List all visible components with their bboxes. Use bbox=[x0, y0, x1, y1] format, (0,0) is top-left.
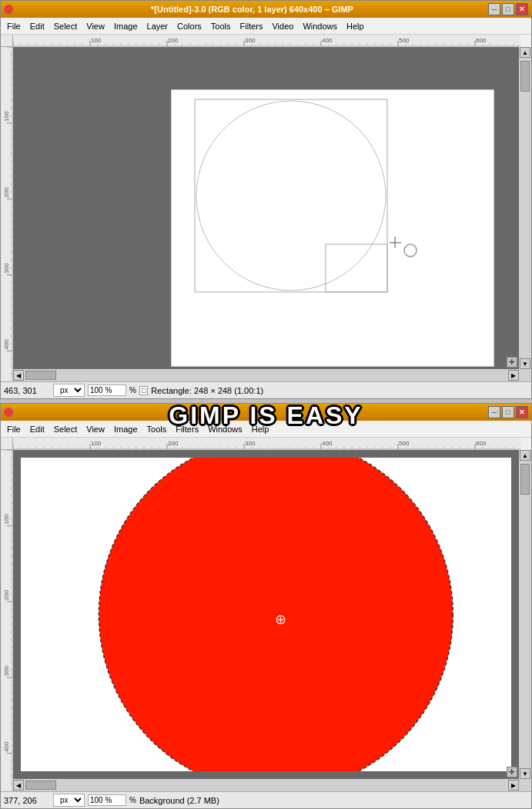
minimize-button-2[interactable]: ─ bbox=[488, 406, 500, 418]
zoom-percent-1: % bbox=[129, 386, 136, 394]
canvas-white-2: ⊕ bbox=[21, 458, 511, 771]
window-icon-1 bbox=[4, 5, 13, 14]
scroll-left-1[interactable]: ◀ bbox=[13, 370, 24, 381]
scrollbar-horizontal-2[interactable]: ◀ ▶ bbox=[13, 779, 519, 791]
menu-view-1[interactable]: View bbox=[82, 20, 109, 32]
scroll-thumb-h-2[interactable] bbox=[25, 780, 56, 790]
ruler-horizontal-1 bbox=[13, 35, 520, 47]
svg-rect-2 bbox=[326, 244, 387, 292]
statusbar-1: 463, 301 px % □ Rectangle: 248 × 248 (1.… bbox=[1, 381, 531, 398]
coords-2: 377, 206 bbox=[4, 796, 50, 805]
ruler-horizontal-2 bbox=[13, 438, 520, 450]
menu-filters-1[interactable]: Filters bbox=[236, 20, 268, 32]
titlebar-buttons-1: ─ □ ✕ bbox=[488, 3, 528, 15]
svg-point-3 bbox=[404, 244, 417, 257]
canvas-drawing-1 bbox=[172, 90, 495, 368]
canvas-area-1: ▲ ▼ ◀ ▶ ✛ bbox=[13, 47, 531, 381]
statusbar-2: 377, 206 px % Background (2.7 MB) bbox=[1, 791, 531, 808]
zoom-percent-2: % bbox=[129, 796, 136, 804]
menu-image-2[interactable]: Image bbox=[109, 423, 142, 435]
scroll-up-1[interactable]: ▲ bbox=[520, 47, 530, 58]
zoom-input-2[interactable] bbox=[88, 794, 126, 806]
canvas-white-1 bbox=[171, 89, 494, 367]
scrollbar-vertical-2[interactable]: ▲ ▼ bbox=[519, 450, 531, 779]
menu-tools-1[interactable]: Tools bbox=[206, 20, 236, 32]
coords-1: 463, 301 bbox=[4, 386, 50, 395]
scrollbar-vertical-1[interactable]: ▲ ▼ bbox=[519, 47, 531, 369]
menu-windows-1[interactable]: Windows bbox=[298, 20, 342, 32]
scroll-corner-1 bbox=[519, 369, 531, 381]
window-1: *[Untitled]-3.0 (RGB color, 1 layer) 640… bbox=[0, 0, 532, 399]
selection-icon-1: □ bbox=[139, 386, 148, 395]
scroll-left-2[interactable]: ◀ bbox=[13, 780, 24, 791]
gimp-easy-overlay: GIMP IS EASY bbox=[169, 401, 363, 430]
menu-view-2[interactable]: View bbox=[82, 423, 109, 435]
scroll-right-1[interactable]: ▶ bbox=[508, 370, 519, 381]
menu-video-1[interactable]: Video bbox=[267, 20, 298, 32]
ruler-corner-2 bbox=[1, 438, 13, 450]
menu-file-1[interactable]: File bbox=[2, 20, 25, 32]
menu-image-1[interactable]: Image bbox=[109, 20, 142, 32]
close-button-1[interactable]: ✕ bbox=[516, 3, 528, 15]
titlebar-buttons-2: ─ □ ✕ bbox=[488, 406, 528, 418]
menu-tools-2[interactable]: Tools bbox=[142, 423, 172, 435]
menu-edit-2[interactable]: Edit bbox=[25, 423, 49, 435]
scroll-thumb-h-1[interactable] bbox=[25, 371, 56, 380]
canvas-area-2: ⊕ ▲ ▼ ◀ ▶ ✛ bbox=[13, 450, 531, 791]
scrollbar-horizontal-1[interactable]: ◀ ▶ bbox=[13, 369, 519, 381]
ruler-vertical-1 bbox=[1, 47, 13, 381]
maximize-button-1[interactable]: □ bbox=[502, 3, 514, 15]
menu-select-1[interactable]: Select bbox=[49, 20, 82, 32]
close-button-2[interactable]: ✕ bbox=[516, 406, 528, 418]
menu-edit-1[interactable]: Edit bbox=[25, 20, 49, 32]
menu-help-1[interactable]: Help bbox=[342, 20, 369, 32]
ruler-vertical-2 bbox=[1, 450, 13, 791]
svg-point-1 bbox=[196, 101, 386, 290]
window-title-1: *[Untitled]-3.0 (RGB color, 1 layer) 640… bbox=[16, 5, 488, 14]
nav-icon-2[interactable]: ✛ bbox=[507, 767, 517, 777]
canvas-drawing-2: ⊕ bbox=[21, 458, 511, 771]
zoom-input-1[interactable] bbox=[88, 384, 126, 396]
titlebar-2: GIMP IS EASY GIMP IS EASY ─ □ ✕ bbox=[1, 404, 531, 421]
scroll-corner-2 bbox=[519, 779, 531, 791]
menubar-1: File Edit Select View Image Layer Colors… bbox=[1, 18, 531, 35]
window-icon-2 bbox=[4, 408, 13, 417]
menu-select-2[interactable]: Select bbox=[49, 423, 82, 435]
svg-text:⊕: ⊕ bbox=[275, 612, 286, 627]
unit-select-1[interactable]: px bbox=[53, 384, 85, 397]
svg-rect-0 bbox=[195, 99, 387, 292]
minimize-button-1[interactable]: ─ bbox=[488, 3, 500, 15]
unit-select-2[interactable]: px bbox=[53, 794, 85, 807]
menu-layer-1[interactable]: Layer bbox=[142, 20, 173, 32]
menu-file-2[interactable]: File bbox=[2, 423, 25, 435]
ruler-corner-1 bbox=[1, 35, 13, 47]
status-info-2: Background (2.7 MB) bbox=[139, 796, 528, 805]
scroll-up-2[interactable]: ▲ bbox=[520, 450, 530, 461]
status-info-1: Rectangle: 248 × 248 (1.00:1) bbox=[151, 386, 528, 395]
nav-icon-1[interactable]: ✛ bbox=[507, 357, 517, 368]
menu-colors-1[interactable]: Colors bbox=[172, 20, 206, 32]
scroll-right-2[interactable]: ▶ bbox=[508, 780, 519, 791]
window-2: GIMP IS EASY GIMP IS EASY ─ □ ✕ File Edi… bbox=[0, 403, 532, 809]
scroll-thumb-v-2[interactable] bbox=[520, 464, 530, 495]
titlebar-1: *[Untitled]-3.0 (RGB color, 1 layer) 640… bbox=[1, 1, 531, 18]
scroll-thumb-v-1[interactable] bbox=[520, 61, 530, 92]
scroll-down-2[interactable]: ▼ bbox=[520, 768, 530, 779]
maximize-button-2[interactable]: □ bbox=[502, 406, 514, 418]
scroll-down-1[interactable]: ▼ bbox=[520, 358, 530, 369]
